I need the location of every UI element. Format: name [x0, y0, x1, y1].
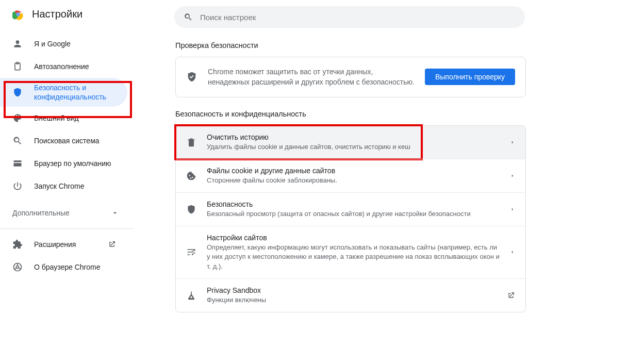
clipboard-icon: [12, 61, 23, 72]
privacy-list-card: Очистить историю Удалить файлы cookie и …: [175, 125, 526, 312]
sidebar-item-label: О браузере Chrome: [34, 262, 101, 272]
row-subtitle: Сторонние файлы cookie заблокированы.: [207, 176, 500, 185]
row-subtitle: Удалить файлы cookie и данные сайтов, оч…: [207, 142, 500, 152]
section-title-privacy: Безопасность и конфиденциальность: [175, 110, 526, 118]
page-title: Настройки: [32, 8, 82, 20]
advanced-label: Дополнительные: [12, 209, 70, 217]
divider: [0, 228, 134, 229]
sidebar-item-appearance[interactable]: Внешний вид: [0, 107, 127, 129]
row-title: Файлы cookie и другие данные сайтов: [207, 167, 500, 175]
safety-check-description: Chrome поможет защитить вас от утечки да…: [208, 67, 415, 88]
flask-icon: [186, 290, 196, 301]
sidebar-item-label: Внешний вид: [34, 113, 79, 123]
sidebar-item-extensions[interactable]: Расширения: [0, 233, 127, 256]
chevron-right-icon: [510, 140, 515, 145]
trash-icon: [186, 137, 196, 147]
row-cookies[interactable]: Файлы cookie и другие данные сайтов Стор…: [176, 159, 525, 192]
svg-point-5: [16, 266, 19, 269]
shield-icon: [12, 87, 23, 97]
row-security[interactable]: Безопасность Безопасный просмотр (защита…: [176, 192, 525, 226]
extension-icon: [12, 239, 23, 250]
brand: Настройки: [0, 8, 134, 30]
shield-icon: [186, 204, 196, 214]
sidebar-item-label: Запуск Chrome: [34, 181, 84, 191]
search-icon: [12, 136, 23, 146]
sidebar-item-privacy-security[interactable]: Безопасность и конфиденциальность: [0, 78, 127, 107]
tune-icon: [186, 247, 196, 257]
chevron-right-icon: [510, 250, 515, 255]
main-content: Проверка безопасности Chrome поможет защ…: [134, 0, 627, 364]
row-title: Privacy Sandbox: [207, 286, 497, 294]
browser-icon: [12, 158, 23, 169]
sidebar-item-search-engine[interactable]: Поисковая система: [0, 129, 127, 152]
row-title: Настройки сайтов: [207, 234, 500, 242]
sidebar-item-autofill[interactable]: Автозаполнение: [0, 55, 127, 78]
section-title-safety-check: Проверка безопасности: [175, 41, 526, 49]
run-safety-check-button[interactable]: Выполнить проверку: [425, 69, 515, 85]
sidebar-item-about-chrome[interactable]: О браузере Chrome: [0, 256, 127, 278]
sidebar-item-label: Автозаполнение: [34, 62, 89, 71]
row-title: Безопасность: [207, 200, 500, 208]
row-subtitle: Функции включены: [207, 295, 497, 305]
row-privacy-sandbox[interactable]: Privacy Sandbox Функции включены: [176, 278, 525, 312]
cookie-icon: [186, 171, 196, 181]
sidebar-advanced-toggle[interactable]: Дополнительные: [0, 202, 134, 224]
row-subtitle: Определяет, какую информацию могут испол…: [207, 243, 500, 271]
palette-icon: [12, 113, 23, 123]
sidebar-item-on-startup[interactable]: Запуск Chrome: [0, 175, 127, 197]
chrome-outline-icon: [12, 262, 23, 272]
chevron-right-icon: [510, 207, 515, 212]
sidebar-item-label: Расширения: [34, 240, 76, 249]
svg-point-3: [17, 13, 19, 15]
safety-check-card: Chrome поможет защитить вас от утечки да…: [175, 57, 526, 97]
chevron-down-icon: [111, 209, 119, 217]
person-icon: [12, 39, 23, 49]
sidebar: Настройки Я и Google Автозаполнение Безо…: [0, 0, 134, 364]
search-icon: [184, 12, 193, 22]
external-link-icon: [507, 291, 515, 300]
row-subtitle: Безопасный просмотр (защита от опасных с…: [207, 209, 500, 219]
sidebar-item-label: Безопасность и конфиденциальность: [34, 83, 117, 102]
chrome-logo-icon: [12, 9, 24, 20]
row-title: Очистить историю: [207, 133, 500, 141]
chevron-right-icon: [510, 173, 515, 178]
search-input-container[interactable]: [174, 6, 525, 28]
sidebar-item-you-and-google[interactable]: Я и Google: [0, 32, 127, 55]
row-site-settings[interactable]: Настройки сайтов Определяет, какую инфор…: [176, 226, 525, 278]
row-clear-browsing-data[interactable]: Очистить историю Удалить файлы cookie и …: [176, 126, 525, 159]
sidebar-item-default-browser[interactable]: Браузер по умолчанию: [0, 152, 127, 175]
sidebar-item-label: Я и Google: [34, 39, 71, 48]
search-input[interactable]: [200, 13, 516, 22]
external-link-icon: [107, 239, 117, 250]
shield-check-icon: [186, 71, 197, 82]
sidebar-item-label: Браузер по умолчанию: [34, 159, 111, 168]
sidebar-item-label: Поисковая система: [34, 136, 100, 145]
power-icon: [12, 181, 23, 191]
